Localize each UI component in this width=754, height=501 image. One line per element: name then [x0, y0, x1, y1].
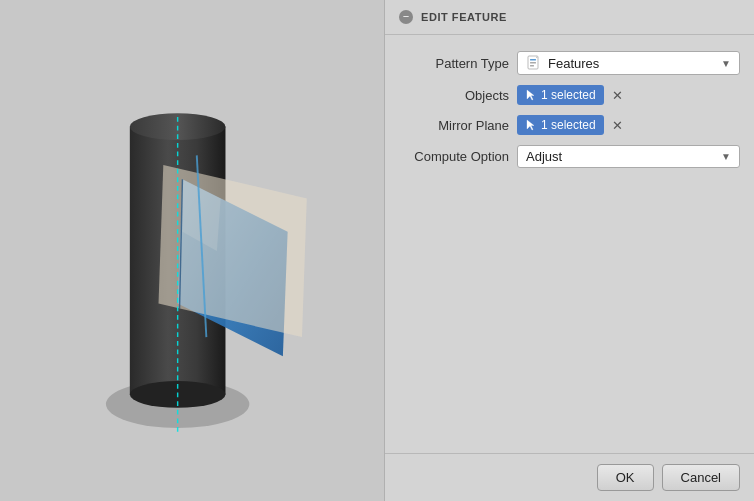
svg-rect-13 [530, 62, 536, 64]
right-panel: EDIT FEATURE Pattern Type [384, 0, 754, 501]
compute-option-dropdown[interactable]: Adjust ▼ [517, 145, 740, 168]
svg-marker-16 [527, 90, 534, 100]
pattern-type-control: Features ▼ [517, 51, 740, 75]
mirror-plane-clear-button[interactable]: ✕ [608, 117, 627, 134]
pattern-type-text: Features [548, 56, 599, 71]
objects-selected-field: 1 selected ✕ [517, 85, 740, 105]
cancel-button[interactable]: Cancel [662, 464, 740, 491]
compute-option-row: Compute Option Adjust ▼ [399, 145, 740, 168]
compute-option-arrow: ▼ [721, 151, 731, 162]
svg-rect-12 [530, 59, 536, 61]
3d-viewport [0, 0, 384, 501]
scene-canvas [22, 31, 362, 471]
objects-selected-text: 1 selected [541, 88, 596, 102]
mirror-plane-control: 1 selected ✕ [517, 115, 740, 135]
mirror-plane-selected-badge[interactable]: 1 selected [517, 115, 604, 135]
svg-marker-17 [527, 120, 534, 130]
features-icon [526, 55, 542, 71]
pattern-type-value: Features [526, 55, 599, 71]
panel-title: EDIT FEATURE [421, 11, 507, 23]
ok-button[interactable]: OK [597, 464, 654, 491]
objects-label: Objects [399, 88, 509, 103]
compute-option-text: Adjust [526, 149, 562, 164]
mirror-cursor-icon [525, 119, 537, 131]
panel-header: EDIT FEATURE [385, 0, 754, 35]
mirror-plane-selected-text: 1 selected [541, 118, 596, 132]
cursor-icon [525, 89, 537, 101]
objects-selected-badge[interactable]: 1 selected [517, 85, 604, 105]
pattern-type-arrow: ▼ [721, 58, 731, 69]
panel-content: Pattern Type Features ▼ [385, 35, 754, 453]
svg-rect-14 [530, 65, 534, 67]
mirror-plane-label: Mirror Plane [399, 118, 509, 133]
pattern-type-dropdown[interactable]: Features ▼ [517, 51, 740, 75]
compute-option-control: Adjust ▼ [517, 145, 740, 168]
objects-control: 1 selected ✕ [517, 85, 740, 105]
compute-option-value: Adjust [526, 149, 562, 164]
objects-row: Objects 1 selected ✕ [399, 85, 740, 105]
collapse-icon[interactable] [399, 10, 413, 24]
mirror-plane-selected-field: 1 selected ✕ [517, 115, 740, 135]
panel-footer: OK Cancel [385, 453, 754, 501]
pattern-type-label: Pattern Type [399, 56, 509, 71]
scene-svg [22, 31, 362, 471]
objects-clear-button[interactable]: ✕ [608, 87, 627, 104]
mirror-plane-row: Mirror Plane 1 selected ✕ [399, 115, 740, 135]
pattern-type-row: Pattern Type Features ▼ [399, 51, 740, 75]
compute-option-label: Compute Option [399, 149, 509, 164]
